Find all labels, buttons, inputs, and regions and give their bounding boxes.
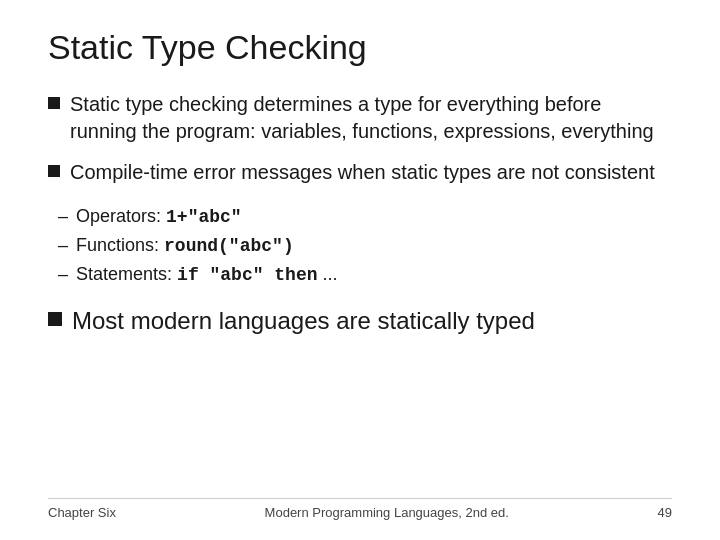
sub-text-statements: Statements: if "abc" then ...: [76, 262, 338, 288]
large-bullet-square: [48, 312, 62, 326]
large-bullet: Most modern languages are statically typ…: [48, 305, 672, 336]
footer-right: 49: [658, 505, 672, 520]
bullet-square-1: [48, 97, 60, 109]
footer: Chapter Six Modern Programming Languages…: [48, 498, 672, 520]
operators-label: Operators:: [76, 206, 166, 226]
functions-code: round("abc"): [164, 236, 294, 256]
sub-dash-2: –: [58, 233, 68, 258]
statements-suffix: ...: [318, 264, 338, 284]
footer-left: Chapter Six: [48, 505, 116, 520]
sub-bullet-functions: – Functions: round("abc"): [58, 233, 672, 259]
bullet-square-2: [48, 165, 60, 177]
bullet-item-1: Static type checking determines a type f…: [48, 91, 672, 145]
sub-bullet-statements: – Statements: if "abc" then ...: [58, 262, 672, 288]
statements-code: if "abc" then: [177, 265, 317, 285]
sub-text-operators: Operators: 1+"abc": [76, 204, 242, 230]
bullet-item-2: Compile-time error messages when static …: [48, 159, 672, 186]
bullet-text-1: Static type checking determines a type f…: [70, 91, 672, 145]
slide: Static Type Checking Static type checkin…: [0, 0, 720, 540]
statements-label: Statements:: [76, 264, 177, 284]
sub-bullet-operators: – Operators: 1+"abc": [58, 204, 672, 230]
sub-dash-3: –: [58, 262, 68, 287]
large-bullet-text: Most modern languages are statically typ…: [72, 305, 535, 336]
operators-code: 1+"abc": [166, 207, 242, 227]
functions-label: Functions:: [76, 235, 164, 255]
sub-text-functions: Functions: round("abc"): [76, 233, 294, 259]
footer-center: Modern Programming Languages, 2nd ed.: [265, 505, 509, 520]
content-area: Static type checking determines a type f…: [48, 91, 672, 498]
sub-dash-1: –: [58, 204, 68, 229]
sub-bullets: – Operators: 1+"abc" – Functions: round(…: [58, 204, 672, 289]
bullet-text-2: Compile-time error messages when static …: [70, 159, 655, 186]
slide-title: Static Type Checking: [48, 28, 672, 67]
